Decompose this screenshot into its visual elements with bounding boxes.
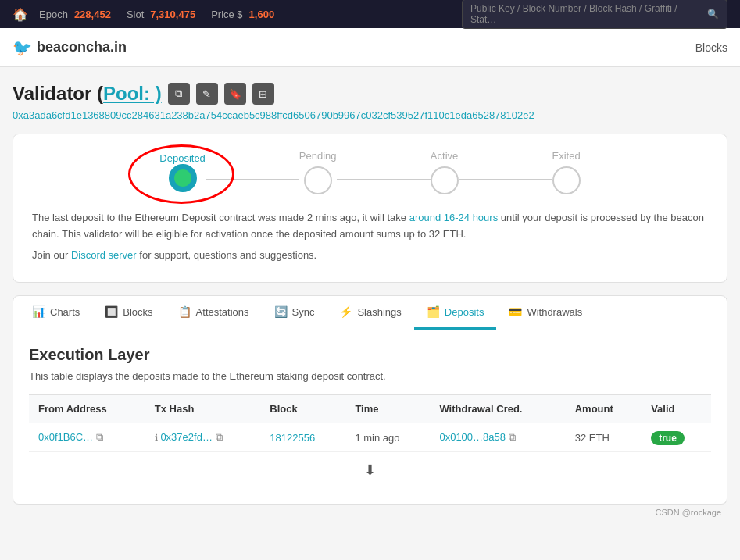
deposits-tab-content: Execution Layer This table displays the … [13, 330, 727, 505]
tab-charts-label: Charts [50, 306, 80, 318]
cell-amount: 32 ETH [566, 423, 642, 452]
col-valid: Valid [642, 395, 711, 423]
step-deposited-label: Deposited [159, 152, 206, 164]
slot-value: 7,310,475 [150, 9, 195, 20]
step-active: Active [431, 150, 459, 194]
step-exited: Exited [552, 150, 581, 194]
search-box[interactable]: Public Key / Block Number / Block Hash /… [462, 0, 727, 29]
tab-blocks[interactable]: 🔲 Blocks [92, 296, 165, 330]
step-deposited-inner [174, 169, 191, 187]
main-content: Validator (Pool: ) ⧉ ✎ 🔖 ⊞ 0xa3ada6cfd1e… [0, 67, 740, 536]
hours-link[interactable]: around 16-24 hours [409, 212, 498, 223]
deposits-section-description: This table displays the deposits made to… [29, 370, 711, 382]
tab-withdrawals[interactable]: 💳 Withdrawals [496, 296, 595, 330]
table-header-row: From Address Tx Hash Block Time Withdraw… [29, 395, 711, 423]
cell-block: 18122556 [260, 423, 345, 452]
withdrawal-cred-link[interactable]: 0x0100…8a58 [439, 431, 506, 443]
valid-badge: true [651, 431, 685, 445]
cell-tx-hash: ℹ 0x37e2fd… ⧉ [145, 423, 261, 452]
slot-label: Slot [127, 9, 144, 20]
download-row: ⬇ [29, 452, 711, 488]
step-active-circle [431, 166, 459, 194]
step-pending: Pending [299, 150, 337, 194]
from-address-link[interactable]: 0x0f1B6C… [38, 431, 93, 443]
validator-title-row: Validator (Pool: ) ⧉ ✎ 🔖 ⊞ [13, 83, 727, 105]
tab-withdrawals-label: Withdrawals [527, 306, 582, 318]
tab-sync-label: Sync [292, 306, 315, 318]
status-part3: Join our [32, 249, 71, 261]
price-label: Price $ [211, 9, 242, 20]
step-line-2 [337, 179, 431, 180]
deposits-table: From Address Tx Hash Block Time Withdraw… [29, 394, 711, 452]
cell-from-address: 0x0f1B6C… ⧉ [29, 423, 145, 452]
withdrawals-icon: 💳 [509, 305, 522, 318]
step-deposited: Deposited [159, 152, 206, 192]
tx-info-icon: ℹ [155, 433, 158, 442]
step-active-label: Active [431, 150, 458, 162]
status-card: Deposited Pending Active Exited [13, 134, 727, 283]
page-title: Validator (Pool: ) [13, 83, 162, 105]
copy-button[interactable]: ⧉ [168, 83, 190, 105]
edit-button[interactable]: ✎ [196, 83, 218, 105]
col-block: Block [260, 395, 345, 423]
step-pending-circle [304, 166, 332, 194]
validator-address[interactable]: 0xa3ada6cfd1e1368809cc284631a238b2a754cc… [13, 109, 727, 121]
tab-charts[interactable]: 📊 Charts [20, 296, 92, 330]
table-button[interactable]: ⊞ [252, 83, 274, 105]
progress-steps: Deposited Pending Active Exited [32, 150, 708, 194]
tab-deposits-label: Deposits [445, 306, 484, 318]
from-copy-icon[interactable]: ⧉ [96, 431, 103, 443]
table-row: 0x0f1B6C… ⧉ ℹ 0x37e2fd… ⧉ 18122556 1 min… [29, 423, 711, 452]
cell-withdrawal-cred: 0x0100…8a58 ⧉ [430, 423, 565, 452]
tab-sync[interactable]: 🔄 Sync [262, 296, 327, 330]
block-link[interactable]: 18122556 [270, 432, 315, 444]
tabs-bar: 📊 Charts 🔲 Blocks 📋 Attestations 🔄 Sync … [13, 295, 727, 330]
watermark: CSDN @rockage [13, 505, 727, 520]
col-amount: Amount [566, 395, 642, 423]
slashings-icon: ⚡ [339, 305, 352, 318]
charts-icon: 📊 [32, 305, 45, 318]
sync-icon: 🔄 [274, 305, 288, 318]
status-description: The last deposit to the Ethereum Deposit… [32, 210, 708, 263]
step-line-3 [459, 179, 552, 180]
search-placeholder-text: Public Key / Block Number / Block Hash /… [470, 3, 702, 25]
status-part4: for support, questions and suggestions. [139, 249, 316, 261]
tab-slashings[interactable]: ⚡ Slashings [327, 296, 413, 330]
step-exited-label: Exited [552, 150, 581, 162]
col-withdrawal-cred: Withdrawal Cred. [430, 395, 565, 423]
tab-blocks-label: Blocks [123, 306, 152, 318]
tab-deposits[interactable]: 🗂️ Deposits [414, 296, 497, 330]
epoch-value: 228,452 [74, 9, 111, 20]
status-part1: The last deposit to the Ethereum Deposit… [32, 212, 409, 223]
header: 🐦 beaconcha.in Blocks [0, 28, 740, 67]
tx-hash-link[interactable]: 0x37e2fd… [160, 431, 213, 443]
tab-attestations[interactable]: 📋 Attestations [166, 296, 262, 330]
deposits-section-title: Execution Layer [29, 346, 711, 364]
pool-link[interactable]: Pool: ) [103, 83, 162, 104]
tab-attestations-label: Attestations [196, 306, 249, 318]
discord-link[interactable]: Discord server [71, 249, 137, 261]
download-icon[interactable]: ⬇ [364, 462, 376, 478]
price-value: 1,600 [249, 9, 275, 20]
step-pending-label: Pending [299, 150, 337, 162]
logo-icon: 🐦 [13, 38, 32, 57]
step-deposited-circle [169, 164, 197, 192]
attestations-icon: 📋 [178, 305, 191, 318]
topbar-left: 🏠 Epoch 228,452 Slot 7,310,475 Price $ 1… [13, 7, 462, 22]
epoch-label: Epoch [39, 9, 68, 20]
search-icon: 🔍 [707, 9, 719, 20]
cell-time: 1 min ago [345, 423, 430, 452]
home-icon[interactable]: 🏠 [13, 7, 28, 22]
deposits-icon: 🗂️ [427, 305, 440, 318]
step-line-1 [206, 179, 299, 180]
cell-valid: true [642, 423, 711, 452]
step-exited-circle [552, 166, 581, 194]
col-tx-hash: Tx Hash [145, 395, 261, 423]
withdrawal-copy-icon[interactable]: ⧉ [509, 431, 516, 443]
col-from-address: From Address [29, 395, 145, 423]
bookmark-button[interactable]: 🔖 [224, 83, 246, 105]
logo[interactable]: 🐦 beaconcha.in [13, 38, 127, 57]
tx-copy-icon[interactable]: ⧉ [216, 431, 223, 443]
col-time: Time [345, 395, 430, 423]
tab-slashings-label: Slashings [357, 306, 401, 318]
